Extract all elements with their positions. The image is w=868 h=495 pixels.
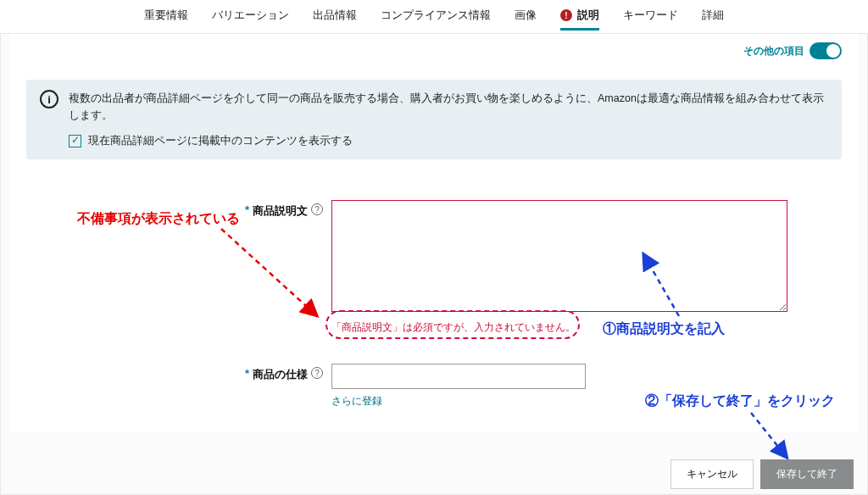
info-icon: i [40,90,58,108]
spec-input[interactable] [331,364,586,389]
form-area: * 商品説明文 ? 「商品説明文」は必須ですが、入力されていません。 * 商品の… [26,176,842,417]
info-text: 複数の出品者が商品詳細ページを介して同一の商品を販売する場合、購入者がお買い物を… [69,90,828,124]
tab-label: 詳細 [702,8,724,23]
tab-label: キーワード [623,8,678,23]
tab-description[interactable]: ! 説明 [560,3,599,31]
tab-compliance[interactable]: コンプライアンス情報 [381,3,491,31]
tab-variation[interactable]: バリエーション [212,3,289,31]
tab-label: 画像 [515,8,537,23]
description-textarea[interactable] [331,200,787,312]
description-error: 「商品説明文」は必須ですが、入力されていません。 [331,320,787,335]
required-asterisk: * [245,203,249,216]
checkbox-label: 現在商品詳細ページに掲載中のコンテンツを表示する [88,132,353,149]
button-label: 保存して終了 [776,468,837,480]
tab-important[interactable]: 重要情報 [144,3,188,31]
tab-label: 出品情報 [313,8,357,23]
help-icon[interactable]: ? [311,367,323,379]
spec-label: 商品の仕様 [253,367,308,382]
other-items-toggle-group: その他の項目 [743,42,842,59]
button-row: キャンセル 保存して終了 [670,459,854,489]
row-description: * 商品説明文 ? 「商品説明文」は必須ですが、入力されていません。 [26,200,842,335]
alert-icon: ! [560,9,572,21]
row-spec: * 商品の仕様 ? さらに登録 [26,364,842,409]
tab-label: 重要情報 [144,8,188,23]
tab-image[interactable]: 画像 [515,3,537,31]
svg-line-2 [751,413,785,455]
tab-keywords[interactable]: キーワード [623,3,678,31]
tab-detail[interactable]: 詳細 [702,3,724,31]
add-more-link[interactable]: さらに登録 [331,394,382,409]
tab-label: 説明 [577,8,599,23]
save-button[interactable]: 保存して終了 [760,459,854,489]
info-box: i 複数の出品者が商品詳細ページを介して同一の商品を販売する場合、購入者がお買い… [26,80,842,159]
required-asterisk: * [245,367,249,380]
button-label: キャンセル [687,468,737,480]
other-items-label: その他の項目 [743,44,804,58]
description-label: 商品説明文 [253,203,308,219]
tab-label: バリエーション [212,8,289,23]
other-items-toggle[interactable] [810,42,842,59]
tab-label: コンプライアンス情報 [381,8,491,23]
show-content-checkbox[interactable]: ✓ [69,135,81,147]
page-canvas: その他の項目 i 複数の出品者が商品詳細ページを介して同一の商品を販売する場合、… [0,34,868,495]
tab-bar: 重要情報 バリエーション 出品情報 コンプライアンス情報 画像 ! 説明 キーワ… [0,0,868,34]
help-icon[interactable]: ? [311,203,323,215]
cancel-button[interactable]: キャンセル [670,459,754,489]
tab-listing[interactable]: 出品情報 [313,3,357,31]
annotation-blue-arrow-2 [747,411,815,462]
